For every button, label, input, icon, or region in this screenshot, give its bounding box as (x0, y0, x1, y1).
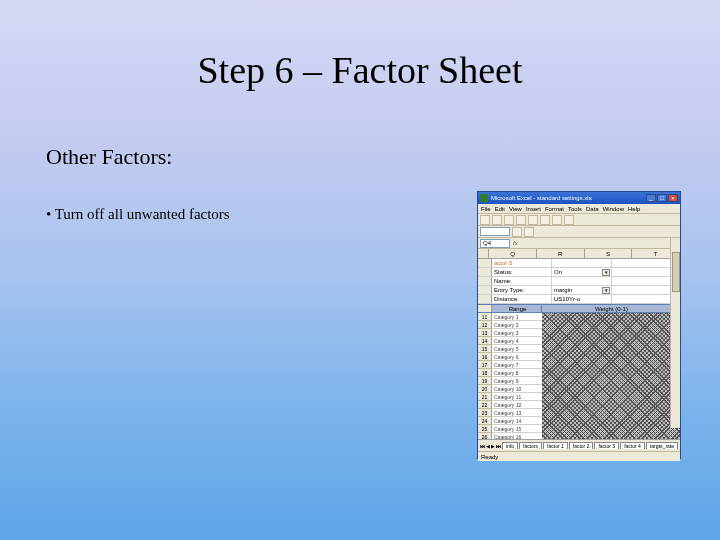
menubar: File Edit View Insert Format Tools Data … (478, 204, 680, 214)
row-header[interactable]: 23 (478, 409, 492, 417)
category-grid[interactable]: 1112131415161718192021222324252627 Categ… (478, 313, 680, 439)
sheet-tab[interactable]: factors (519, 442, 542, 449)
menu-window[interactable]: Window (603, 206, 624, 212)
row-header[interactable] (478, 295, 492, 303)
fx-icon[interactable]: fx (513, 240, 518, 246)
print-icon[interactable] (516, 215, 526, 225)
sheet-area[interactable]: Q R S T actor 5 Status: On▾ Name: (478, 249, 680, 439)
open-icon[interactable] (492, 215, 502, 225)
menu-insert[interactable]: Insert (526, 206, 541, 212)
new-icon[interactable] (480, 215, 490, 225)
sheet-tabs: ⏮ ◀ ▶ ⏭ info factors factor 1 factor 2 f… (478, 439, 680, 451)
sheet-tab[interactable]: factor 1 (543, 442, 568, 449)
menu-tools[interactable]: Tools (568, 206, 582, 212)
col-r[interactable]: R (537, 249, 585, 258)
sheet-tab[interactable]: factor 4 (620, 442, 645, 449)
row-header[interactable] (478, 277, 492, 285)
row-header[interactable]: 18 (478, 369, 492, 377)
status-dropdown[interactable]: On▾ (552, 268, 612, 276)
category-cell[interactable]: Category 1 (492, 313, 542, 321)
minimize-button[interactable]: _ (646, 194, 656, 202)
tab-nav-first-icon[interactable]: ⏮ (480, 443, 485, 449)
row-header[interactable] (478, 268, 492, 276)
sheet-tab[interactable]: factor 3 (594, 442, 619, 449)
category-cell[interactable]: Category 10 (492, 385, 542, 393)
category-cell[interactable]: Category 16 (492, 433, 542, 439)
paste-icon[interactable] (552, 215, 562, 225)
row-header[interactable] (478, 286, 492, 294)
close-button[interactable]: × (668, 194, 678, 202)
category-cell[interactable]: Category 9 (492, 377, 542, 385)
save-icon[interactable] (504, 215, 514, 225)
entrytype-dropdown[interactable]: margin▾ (552, 286, 612, 294)
undo-icon[interactable] (564, 215, 574, 225)
cell-factor-title[interactable]: actor 5 (492, 259, 552, 267)
category-cell[interactable]: Category 3 (492, 329, 542, 337)
sheet-tab[interactable]: info (502, 442, 518, 449)
cell-value[interactable]: US10Yr-o (552, 295, 612, 303)
col-q[interactable]: Q (489, 249, 537, 258)
cell-label[interactable]: Entry Type: (492, 286, 552, 294)
row-header[interactable]: 25 (478, 425, 492, 433)
dropdown-arrow-icon[interactable]: ▾ (602, 269, 610, 276)
row-header[interactable]: 13 (478, 329, 492, 337)
menu-help[interactable]: Help (628, 206, 640, 212)
col-s[interactable]: S (585, 249, 633, 258)
row-header[interactable]: 22 (478, 401, 492, 409)
bold-icon[interactable] (512, 227, 522, 237)
range-weight-header: Range Weight (0-1) (478, 304, 680, 313)
category-cell[interactable]: Category 7 (492, 361, 542, 369)
category-cell[interactable]: Category 13 (492, 409, 542, 417)
vertical-scrollbar[interactable] (670, 238, 680, 428)
cell-value[interactable] (552, 277, 612, 285)
row-header[interactable]: 21 (478, 393, 492, 401)
menu-format[interactable]: Format (545, 206, 564, 212)
category-cell[interactable]: Category 11 (492, 393, 542, 401)
cell-label[interactable]: Name: (492, 277, 552, 285)
cut-icon[interactable] (528, 215, 538, 225)
category-cell[interactable]: Category 12 (492, 401, 542, 409)
status-bar: Ready (478, 451, 680, 461)
menu-data[interactable]: Data (586, 206, 599, 212)
name-box[interactable]: Q4 (480, 239, 510, 248)
sheet-tab[interactable]: target_rate (646, 442, 678, 449)
category-cell[interactable]: Category 15 (492, 425, 542, 433)
row-header[interactable]: 20 (478, 385, 492, 393)
category-cell[interactable]: Category 14 (492, 417, 542, 425)
menu-view[interactable]: View (509, 206, 522, 212)
copy-icon[interactable] (540, 215, 550, 225)
tab-nav-prev-icon[interactable]: ◀ (486, 443, 490, 449)
font-select[interactable] (480, 227, 510, 236)
category-cell[interactable]: Category 5 (492, 345, 542, 353)
row-header[interactable] (478, 259, 492, 267)
category-cell[interactable]: Category 6 (492, 353, 542, 361)
titlebar: Microsoft Excel - standard settings.xls … (478, 192, 680, 204)
row-header[interactable]: 12 (478, 321, 492, 329)
scroll-thumb[interactable] (672, 252, 680, 292)
row-header[interactable]: 11 (478, 313, 492, 321)
tab-nav-next-icon[interactable]: ▶ (491, 443, 495, 449)
select-all-corner[interactable] (478, 249, 489, 258)
menu-file[interactable]: File (481, 206, 491, 212)
row-header[interactable]: 17 (478, 361, 492, 369)
cell-label[interactable]: Status: (492, 268, 552, 276)
maximize-button[interactable]: □ (657, 194, 667, 202)
row-header[interactable]: 14 (478, 337, 492, 345)
cell-label[interactable]: Distance: (492, 295, 552, 303)
tab-nav-last-icon[interactable]: ⏭ (496, 443, 501, 449)
row-header[interactable]: 15 (478, 345, 492, 353)
italic-icon[interactable] (524, 227, 534, 237)
row-header[interactable]: 16 (478, 353, 492, 361)
row-header[interactable]: 19 (478, 377, 492, 385)
menu-edit[interactable]: Edit (495, 206, 505, 212)
category-cell[interactable]: Category 4 (492, 337, 542, 345)
row-header[interactable]: 24 (478, 417, 492, 425)
slide-title: Step 6 – Factor Sheet (0, 48, 720, 92)
category-cell[interactable]: Category 2 (492, 321, 542, 329)
sheet-tab[interactable]: factor 2 (569, 442, 594, 449)
column-headers: Q R S T (478, 249, 680, 259)
dropdown-arrow-icon[interactable]: ▾ (602, 287, 610, 294)
hatched-cells[interactable] (542, 313, 680, 439)
row-header[interactable]: 26 (478, 433, 492, 439)
category-cell[interactable]: Category 8 (492, 369, 542, 377)
